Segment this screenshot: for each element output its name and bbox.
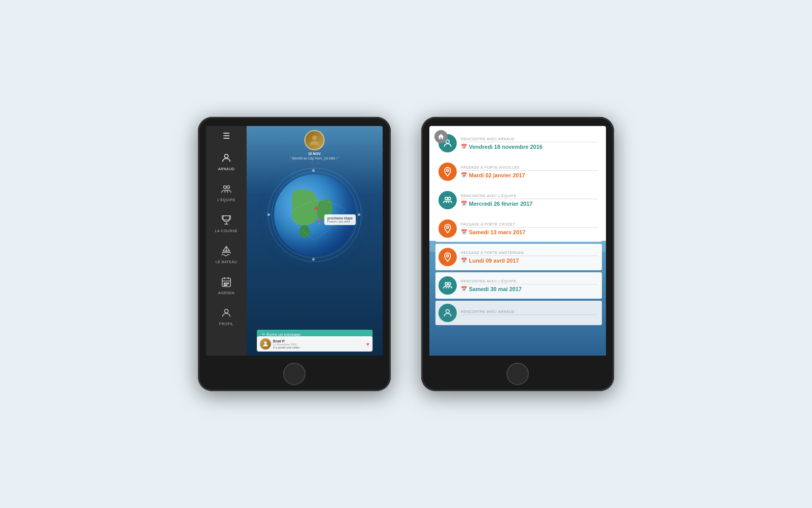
comment-heart-icon: ♥ — [366, 341, 369, 347]
agenda-item-6-content: RENCONTRE AVEC L'ÉQUIPE 📅 Samedi 30 mai … — [461, 279, 598, 292]
agenda-item-3-date: 📅 Mercredi 26 février 2017 — [461, 201, 598, 207]
svg-rect-8 — [226, 285, 227, 286]
team-icon — [218, 181, 234, 197]
svg-point-1 — [224, 186, 227, 189]
heart-icon-2: ♡ — [316, 162, 319, 166]
svg-point-14 — [445, 197, 448, 200]
main-content: 10 NOV. " Bientôt au Cap Horn, j'ai hâte… — [247, 126, 383, 356]
svg-point-15 — [448, 197, 451, 200]
agenda-item-1-content: RENCONTRE AVEC ARNAUD 📅 Vendredi 18 nove… — [461, 137, 598, 150]
agenda-item-2[interactable]: PASSAGE À PORTE AIGUILLES 📅 Mardi 02 jan… — [435, 158, 602, 185]
profile-quote: " Bientôt au Cap Horn, j'ai hâte ! " — [290, 156, 340, 160]
sidebar-item-profil-label: PROFIL — [219, 322, 233, 326]
svg-point-2 — [227, 186, 230, 189]
route-popup-text: Fareum, quo dolor — [327, 220, 353, 223]
location-pin: 📍 — [316, 219, 322, 225]
agenda-item-4-date: 📅 Samedi 13 mars 2017 — [461, 229, 598, 235]
agenda-item-1-date: 📅 Vendredi 18 novembre 2016 — [461, 144, 598, 150]
cal-icon-1: 📅 — [461, 144, 467, 149]
agenda-item-1[interactable]: RENCONTRE AVEC ARNAUD 📅 Vendredi 18 nove… — [435, 130, 602, 156]
agenda-item-6-date: 📅 Samedi 30 mai 2017 — [461, 286, 598, 292]
sidebar-item-bateau[interactable]: LE BATEAU — [214, 240, 240, 267]
agenda-item-2-content: PASSAGE À PORTE AIGUILLES 📅 Mardi 02 jan… — [461, 166, 598, 178]
sidebar-item-bateau-label: LE BATEAU — [216, 260, 238, 264]
sidebar-item-profil[interactable]: PROFIL — [216, 302, 236, 329]
sidebar-item-arnaud-label: ARNAUD — [218, 167, 235, 171]
svg-point-18 — [445, 282, 448, 285]
orbit-dot-2 — [267, 213, 270, 216]
tablet-1-screen: ☰ ARNAUD L'ÉQUIPE — [206, 126, 383, 356]
agenda-item-2-title: PASSAGE À PORTE AIGUILLES — [461, 166, 598, 171]
profile-date: 10 NOV. — [308, 152, 321, 155]
svg-point-16 — [447, 226, 449, 228]
home-button[interactable] — [434, 130, 448, 143]
agenda-icon-4 — [438, 219, 457, 238]
comment-text: Brad P. 14 Novembre 2016 Il a posté une … — [273, 339, 364, 349]
profile-card: 10 NOV. " Bientôt au Cap Horn, j'ai hâte… — [290, 130, 340, 166]
cal-icon-2: 📅 — [461, 172, 467, 178]
sidebar-item-equipe-label: L'ÉQUIPE — [217, 198, 235, 202]
svg-point-0 — [224, 154, 228, 158]
agenda-item-7[interactable]: RENCONTRE AVEC ARNAUD — [435, 301, 602, 325]
sidebar-item-course[interactable]: LA COURSE — [213, 209, 240, 236]
heart-row: ♡ ♡ — [310, 162, 319, 166]
agenda-item-5-date: 📅 Lundi 09 avril 2017 — [461, 258, 598, 264]
comment-avatar — [260, 338, 271, 350]
sidebar-item-arnaud[interactable]: ARNAUD — [216, 147, 237, 174]
agenda-item-5[interactable]: PASSAGE À PORTE AMSTERDAM 📅 Lundi 09 avr… — [435, 244, 602, 270]
agenda-item-5-title: PASSAGE À PORTE AMSTERDAM — [461, 251, 598, 256]
menu-icon[interactable]: ☰ — [223, 131, 230, 141]
agenda-list: RENCONTRE AVEC ARNAUD 📅 Vendredi 18 nove… — [429, 126, 606, 356]
sidebar-item-course-label: LA COURSE — [215, 229, 238, 233]
sailboat-marker — [313, 205, 319, 212]
avatar — [304, 130, 325, 150]
agenda-item-3-content: RENCONTRE AVEC L'ÉQUIPE 📅 Mercredi 26 fé… — [461, 194, 598, 207]
svg-point-13 — [447, 169, 449, 171]
cal-icon-5: 📅 — [461, 258, 467, 263]
globe-container: 📍 prochaine étape Fareum, quo dolor — [266, 167, 363, 263]
tablet-2-screen: RENCONTRE AVEC ARNAUD 📅 Vendredi 18 nove… — [429, 126, 606, 356]
agenda-item-3-title: RENCONTRE AVEC L'ÉQUIPE — [461, 194, 598, 199]
svg-point-17 — [447, 255, 449, 257]
svg-rect-4 — [224, 283, 225, 284]
sidebar: ☰ ARNAUD L'ÉQUIPE — [206, 126, 247, 356]
route-popup-title: prochaine étape — [327, 216, 353, 220]
agenda-item-2-date: 📅 Mardi 02 janvier 2017 — [461, 172, 598, 178]
svg-point-19 — [448, 282, 451, 285]
agenda-item-4-content: PASSAGE À PORTE CROZET 📅 Samedi 13 mars … — [461, 223, 598, 235]
agenda-icon-7 — [438, 304, 457, 322]
comment-card: Brad P. 14 Novembre 2016 Il a posté une … — [257, 336, 373, 352]
calendar-icon — [218, 274, 234, 290]
orbit-dot-3 — [312, 258, 315, 261]
tablet-2: RENCONTRE AVEC ARNAUD 📅 Vendredi 18 nove… — [421, 117, 614, 391]
agenda-item-3[interactable]: RENCONTRE AVEC L'ÉQUIPE 📅 Mercredi 26 fé… — [435, 187, 602, 213]
svg-rect-5 — [226, 283, 227, 284]
agenda-item-1-title: RENCONTRE AVEC ARNAUD — [461, 137, 598, 142]
agenda-item-5-content: PASSAGE À PORTE AMSTERDAM 📅 Lundi 09 avr… — [461, 251, 598, 264]
agenda-item-6[interactable]: RENCONTRE AVEC L'ÉQUIPE 📅 Samedi 30 mai … — [435, 272, 602, 299]
comment-body: Il a posté une vidéo. — [273, 346, 364, 349]
boat-icon — [218, 243, 234, 259]
cal-icon-4: 📅 — [461, 229, 467, 235]
sidebar-item-agenda-label: AGENDA — [218, 291, 235, 295]
agenda-item-4-title: PASSAGE À PORTE CROZET — [461, 223, 598, 228]
orbit-dot-4 — [358, 213, 360, 216]
agenda-icon-6 — [438, 276, 457, 295]
comment-author: Brad P. — [273, 339, 364, 343]
route-popup: prochaine étape Fareum, quo dolor — [324, 214, 356, 225]
orbit-dot-1 — [312, 169, 315, 172]
person-icon — [218, 150, 234, 166]
tablet-1: ☰ ARNAUD L'ÉQUIPE — [198, 117, 391, 391]
agenda-icon-5 — [438, 248, 457, 266]
sidebar-item-agenda[interactable]: AGENDA — [216, 271, 237, 298]
heart-icon-1: ♡ — [310, 162, 314, 166]
cal-icon-3: 📅 — [461, 201, 467, 206]
svg-rect-6 — [228, 283, 229, 284]
agenda-item-7-content: RENCONTRE AVEC ARNAUD — [461, 310, 598, 316]
svg-point-20 — [446, 309, 450, 313]
agenda-item-4[interactable]: PASSAGE À PORTE CROZET 📅 Samedi 13 mars … — [435, 215, 602, 242]
agenda-item-6-title: RENCONTRE AVEC L'ÉQUIPE — [461, 279, 598, 284]
sidebar-item-equipe[interactable]: L'ÉQUIPE — [215, 178, 238, 205]
profile-icon — [218, 305, 234, 321]
svg-point-9 — [224, 309, 228, 313]
